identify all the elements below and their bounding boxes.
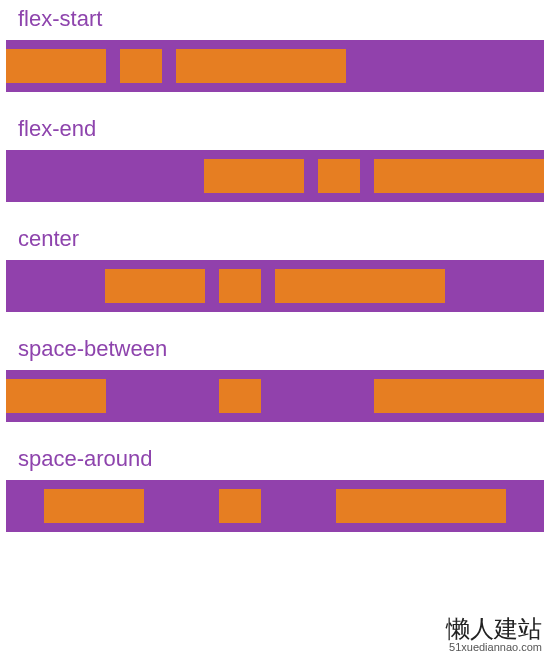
box-2 [318,159,360,193]
section-flex-start: flex-start [6,6,544,92]
box-2 [120,49,162,83]
row-space-around [6,480,544,532]
watermark-url: 51xuediannao.com [446,641,542,653]
row-center [6,260,544,312]
section-center: center [6,226,544,312]
label-flex-start: flex-start [18,6,544,32]
label-space-around: space-around [18,446,544,472]
box-3 [336,489,506,523]
row-flex-start [6,40,544,92]
section-space-between: space-between [6,336,544,422]
label-space-between: space-between [18,336,544,362]
box-3 [374,159,544,193]
watermark: 懒人建站 51xuediannao.com [446,617,542,653]
section-space-around: space-around [6,446,544,532]
box-1 [44,489,144,523]
row-space-between [6,370,544,422]
row-flex-end [6,150,544,202]
box-1 [105,269,205,303]
section-flex-end: flex-end [6,116,544,202]
label-flex-end: flex-end [18,116,544,142]
box-1 [6,379,106,413]
box-2 [219,269,261,303]
box-3 [275,269,445,303]
label-center: center [18,226,544,252]
watermark-title: 懒人建站 [446,617,542,641]
box-3 [374,379,544,413]
box-3 [176,49,346,83]
box-2 [219,379,261,413]
box-2 [219,489,261,523]
box-1 [204,159,304,193]
box-1 [6,49,106,83]
